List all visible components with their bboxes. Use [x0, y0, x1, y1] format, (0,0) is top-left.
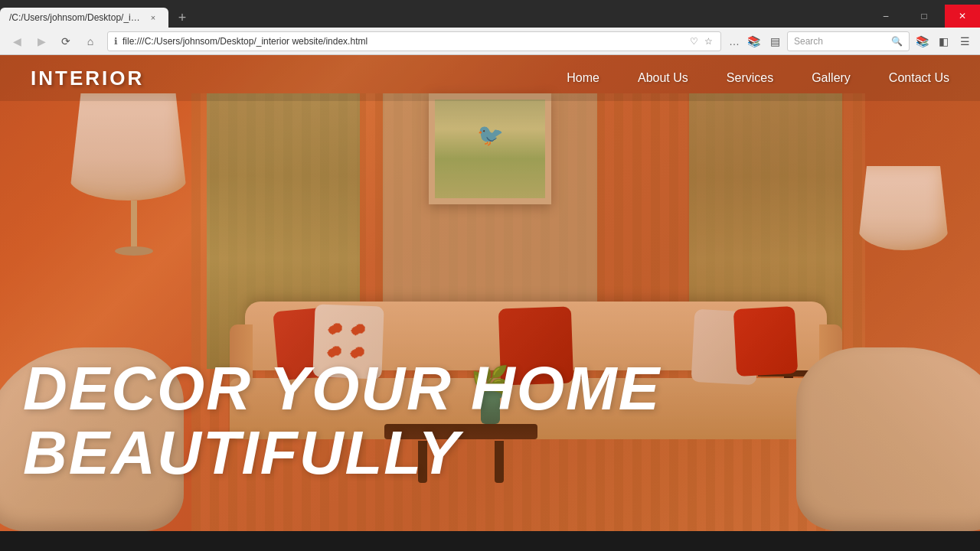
new-tab-button[interactable]: +: [172, 8, 193, 28]
reload-button[interactable]: ⟳: [55, 31, 77, 52]
star-icon[interactable]: ☆: [703, 34, 714, 48]
hero-title-line2: BEAUTIFULLY: [23, 421, 661, 485]
tab-close-button[interactable]: ×: [147, 11, 159, 24]
lamp-shade-left: [69, 93, 188, 201]
search-placeholder: Search: [794, 36, 888, 47]
browser-toolbar: ◀ ▶ ⟳ ⌂ ℹ file:///C:/Users/johnsom/Deskt…: [0, 28, 980, 55]
maximize-button[interactable]: □: [906, 5, 942, 28]
forward-button[interactable]: ▶: [31, 31, 52, 52]
home-button[interactable]: ⌂: [80, 31, 101, 52]
reading-list-icon[interactable]: 📚: [744, 32, 763, 51]
nav-link-contact[interactable]: Contact Us: [889, 71, 949, 85]
painting-inner: 🐦: [435, 99, 545, 198]
search-bar[interactable]: Search 🔍: [787, 31, 910, 51]
toolbar-right: 📚 ▤ Search 🔍 📚 ◧ ☰: [744, 31, 974, 51]
lock-icon: ℹ: [114, 36, 118, 47]
reader-view-icon[interactable]: ▤: [766, 32, 784, 51]
menu-icon[interactable]: ☰: [956, 32, 974, 51]
back-button[interactable]: ◀: [6, 31, 28, 52]
more-options-icon[interactable]: …: [727, 34, 741, 49]
nav-link-services[interactable]: Services: [727, 71, 773, 85]
bookmark-icon[interactable]: ♡: [688, 34, 700, 48]
painting-bird-icon: 🐦: [477, 122, 504, 148]
wall-painting: 🐦: [429, 93, 551, 204]
chair-right: [766, 317, 980, 531]
lamp-right: [858, 166, 957, 304]
lamp-left: [69, 93, 199, 262]
nav-link-about[interactable]: About Us: [638, 71, 688, 85]
search-icon: 🔍: [891, 36, 903, 47]
nav-link-home[interactable]: Home: [567, 71, 599, 85]
navigation-bar: INTERIOR Home About Us Services Gallery …: [0, 55, 980, 101]
hero-title-line1: DECOR YOUR HOME: [23, 357, 661, 421]
browser-chrome: /C:/Users/johnsom/Desktop/_inte... × + –…: [0, 0, 980, 55]
lamp-base-left: [115, 246, 153, 256]
tab-title: /C:/Users/johnsom/Desktop/_inte...: [9, 12, 141, 23]
active-tab[interactable]: /C:/Users/johnsom/Desktop/_inte... ×: [0, 8, 168, 28]
hero-text: DECOR YOUR HOME BEAUTIFULLY: [23, 357, 661, 485]
address-text: file:///C:/Users/johnsom/Desktop/_interi…: [122, 36, 684, 47]
lamp-body-left: [131, 201, 137, 246]
address-bar-actions: ♡ ☆: [688, 34, 714, 48]
chair-right-seat: [796, 347, 980, 531]
nav-link-gallery[interactable]: Gallery: [812, 71, 851, 85]
close-button[interactable]: ✕: [945, 5, 980, 28]
lamp-shade-right: [858, 166, 949, 250]
title-bar: /C:/Users/johnsom/Desktop/_inte... × + –…: [0, 0, 980, 28]
website-content: 🐦: [0, 55, 980, 531]
address-bar[interactable]: ℹ file:///C:/Users/johnsom/Desktop/_inte…: [107, 31, 721, 51]
library-icon[interactable]: 📚: [913, 32, 931, 51]
sidebar-icon[interactable]: ◧: [934, 32, 952, 51]
site-logo: INTERIOR: [31, 67, 144, 90]
minimize-button[interactable]: –: [868, 5, 903, 28]
nav-links: Home About Us Services Gallery Contact U…: [567, 71, 949, 85]
window-controls: – □ ✕: [868, 5, 980, 28]
